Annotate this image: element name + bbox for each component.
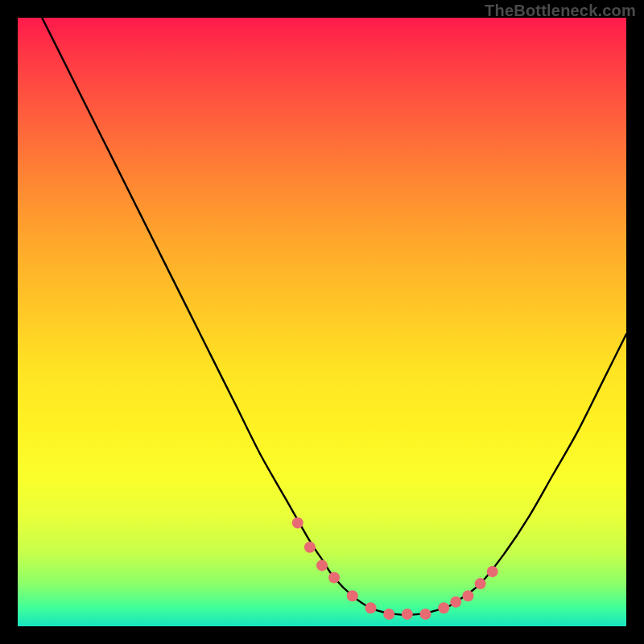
highlight-point [462,590,473,601]
highlight-point [475,578,486,589]
highlight-point [438,602,449,613]
highlight-point [365,602,377,613]
highlight-markers [292,518,498,620]
highlight-point [328,572,340,584]
highlight-point [304,542,316,553]
highlight-point [420,609,431,620]
bottleneck-curve-path [42,18,626,615]
highlight-point [383,609,394,620]
highlight-point [402,609,413,620]
highlight-point [487,566,498,577]
attribution-text: TheBottleneck.com [485,2,636,20]
plot-area [18,18,626,626]
curve-svg [18,18,626,626]
highlight-point [316,559,328,571]
highlight-point [292,518,303,529]
highlight-point [450,597,461,608]
highlight-point [347,590,358,601]
chart-stage: TheBottleneck.com [0,0,644,644]
